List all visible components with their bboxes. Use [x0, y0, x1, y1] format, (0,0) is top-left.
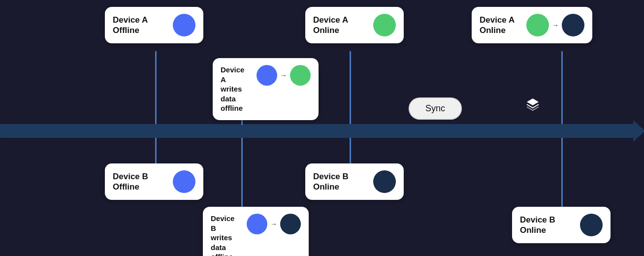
dot-dark-device-a-online-2 [562, 14, 584, 36]
dot-blue-device-a-offline [173, 14, 195, 36]
card-device-b-online-2-label: Device B Online [520, 215, 555, 236]
connector-device-b-writes [241, 138, 243, 211]
card-device-b-online-1: Device B Online [305, 163, 404, 200]
card-device-a-writes: Device A writes data offline → [213, 58, 319, 120]
connector-device-a-offline [155, 51, 157, 124]
sync-pill: Sync [409, 97, 462, 120]
card-device-a-online-1-label: Device A Online [313, 15, 348, 36]
arrow-icon-2: → [552, 21, 559, 29]
card-device-a-online-1: Device A Online [305, 7, 404, 43]
card-device-b-offline-label: Device B Offline [113, 171, 148, 192]
dot-green-device-a-online-2 [526, 14, 549, 36]
dot-blue-device-b-writes [247, 214, 267, 234]
dot-green-right [290, 65, 311, 86]
dot-dark-device-b-online-1 [373, 170, 396, 193]
dot-pair-device-b-writes: → [247, 214, 301, 234]
card-device-a-offline-label: Device A Offline [113, 15, 148, 36]
dot-blue-left [257, 65, 277, 86]
dot-blue-device-b-offline [173, 170, 195, 193]
timeline-container: Device A Offline Device A writes data of… [0, 0, 644, 256]
timeline-line [0, 124, 635, 138]
card-device-a-online-2-label: Device A Online [480, 15, 515, 36]
layers-icon [526, 97, 540, 114]
dot-pair-device-a-writes: → [257, 65, 311, 86]
dot-dark-device-b-writes [280, 214, 301, 234]
card-device-b-online-1-label: Device B Online [313, 171, 349, 192]
arrow-icon: → [280, 71, 287, 79]
card-device-a-writes-label: Device A writes data offline [221, 65, 251, 113]
card-device-b-online-2: Device B Online [512, 207, 611, 243]
connector-device-a-online-1 [350, 51, 351, 124]
card-device-b-offline: Device B Offline [105, 163, 203, 200]
dot-dark-device-b-online-2 [580, 214, 603, 236]
arrow-icon-b: → [270, 220, 277, 228]
card-device-a-online-2: Device A Online → [472, 7, 592, 43]
dot-pair-device-a-online-2: → [526, 14, 584, 36]
connector-device-b-online-2 [561, 138, 563, 211]
card-device-a-offline: Device A Offline [105, 7, 203, 43]
connector-device-a-online-2 [561, 51, 563, 124]
card-device-b-writes-label: Device B writes data offline [211, 214, 241, 256]
sync-label: Sync [425, 103, 445, 113]
dot-green-device-a-online-1 [373, 14, 396, 36]
card-device-b-writes: Device B writes data offline → [203, 207, 309, 256]
